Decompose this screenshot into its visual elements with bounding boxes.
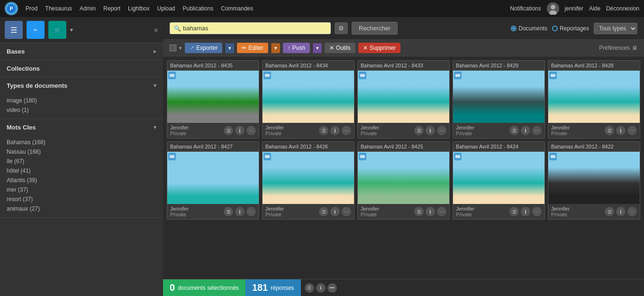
basket-button[interactable]: 🛒	[48, 21, 66, 39]
photo-action-info-btn[interactable]: ℹ	[521, 207, 530, 216]
user-label[interactable]: jennifer	[565, 5, 583, 12]
photo-owner: JenniferPrivate	[456, 125, 474, 136]
photo-action-more-btn[interactable]: ⋯	[532, 126, 542, 135]
photo-action-more-btn[interactable]: ⋯	[532, 207, 542, 216]
push-button[interactable]: ↑ Push	[283, 43, 310, 53]
editer-button[interactable]: ✏ Editer	[237, 43, 268, 53]
photo-action-info-btn[interactable]: ℹ	[330, 207, 340, 216]
select-all-checkbox[interactable]	[170, 45, 176, 51]
supprimer-button[interactable]: ✕ Supprimer	[358, 43, 400, 53]
preferences-button[interactable]: Préférences 🖥	[599, 45, 637, 51]
photo-action-more-btn[interactable]: ⋯	[246, 207, 256, 216]
radio-documents[interactable]: Documents	[511, 25, 547, 32]
aide-link[interactable]: Aide	[589, 5, 600, 12]
nav-upload[interactable]: Upload	[157, 5, 175, 12]
photo-action-more-btn[interactable]: ⋯	[246, 126, 256, 135]
sidebar-collapse-button[interactable]: «	[154, 26, 158, 34]
export-button[interactable]: ↗ Exporter	[185, 43, 222, 53]
status-action-more-icon[interactable]: •••	[327, 283, 337, 293]
photo-action-more-btn[interactable]: ⋯	[342, 207, 351, 216]
photo-card[interactable]: Bahamas Avril 2012 - 8424 JenniferPrivat…	[453, 141, 545, 220]
photo-action-more-btn[interactable]: ⋯	[437, 207, 446, 216]
notifications-link[interactable]: Notifications	[510, 5, 541, 12]
mots-cles-header[interactable]: Mots Cles ▾	[0, 119, 163, 136]
radio-reportages[interactable]: Reportages	[552, 25, 589, 32]
sidebar-item-image[interactable]: image (180)	[7, 96, 156, 105]
photo-title: Bahamas Avril 2012 - 8426	[263, 142, 354, 152]
photo-action-list-btn[interactable]: ☰	[509, 126, 519, 135]
photo-card[interactable]: Bahamas Avril 2012 - 8429 JenniferPrivat…	[453, 60, 545, 139]
sidebar-item-mot-cle[interactable]: île (67)	[7, 157, 156, 166]
photo-card[interactable]: Bahamas Avril 2012 - 8427 JenniferPrivat…	[167, 141, 259, 220]
photo-action-more-btn[interactable]: ⋯	[437, 126, 446, 135]
photo-action-info-btn[interactable]: ℹ	[426, 207, 435, 216]
photo-card[interactable]: Bahamas Avril 2012 - 8434 JenniferPrivat…	[262, 60, 354, 139]
nav-commandes[interactable]: Commandes	[221, 5, 253, 12]
photo-action-list-btn[interactable]: ☰	[414, 207, 424, 216]
photo-action-list-btn[interactable]: ☰	[605, 207, 614, 216]
photo-card[interactable]: Bahamas Avril 2012 - 8433 JenniferPrivat…	[357, 60, 450, 139]
sidebar-item-mot-cle[interactable]: mer (37)	[7, 185, 156, 194]
photo-action-list-btn[interactable]: ☰	[224, 207, 233, 216]
sidebar-item-mot-cle[interactable]: Atlantis (39)	[7, 176, 156, 185]
photo-action-info-btn[interactable]: ℹ	[235, 126, 245, 135]
photo-action-buttons: ☰ ℹ ⋯	[509, 126, 542, 135]
type-dropdown[interactable]: Tous types	[594, 23, 637, 34]
nav-prod[interactable]: Prod	[26, 5, 37, 12]
photo-action-more-btn[interactable]: ⋯	[342, 126, 351, 135]
nav-lightbox[interactable]: Lightbox	[128, 5, 149, 12]
photo-action-more-btn[interactable]: ⋯	[627, 207, 637, 216]
collections-header[interactable]: Collections	[0, 60, 163, 77]
app-logo: P	[5, 2, 18, 15]
deconnexion-link[interactable]: Déconnexion	[606, 5, 639, 12]
types-header[interactable]: Types de documents ▾	[0, 77, 163, 94]
status-action-info-icon[interactable]: ℹ	[316, 283, 326, 293]
photo-action-more-btn[interactable]: ⋯	[627, 126, 637, 135]
photo-action-info-btn[interactable]: ℹ	[235, 207, 245, 216]
photo-card[interactable]: Bahamas Avril 2012 - 8435 JenniferPrivat…	[167, 60, 259, 139]
sidebar-item-mot-cle[interactable]: Bahamas (168)	[7, 138, 156, 147]
photo-action-info-btn[interactable]: ℹ	[330, 126, 340, 135]
photo-card[interactable]: Bahamas Avril 2012 - 8426 JenniferPrivat…	[262, 141, 354, 220]
list-view-button[interactable]: ☰	[5, 21, 23, 39]
dropdown-arrow-icon[interactable]: ▾	[70, 27, 73, 33]
sidebar-item-mot-cle[interactable]: resort (37)	[7, 194, 156, 204]
photo-action-info-btn[interactable]: ℹ	[426, 126, 435, 135]
status-results: 181 réponses	[245, 279, 301, 296]
photo-action-list-btn[interactable]: ☰	[414, 126, 424, 135]
photo-card[interactable]: Bahamas Avril 2012 - 8428 JenniferPrivat…	[548, 60, 640, 139]
outils-button[interactable]: ✕ Outils	[325, 43, 355, 53]
search-button[interactable]: Rechercher	[352, 22, 398, 35]
sidebar-item-mot-cle[interactable]: animaux (27)	[7, 204, 156, 213]
edit-view-button[interactable]: ✏	[27, 21, 45, 39]
photo-action-info-btn[interactable]: ℹ	[616, 207, 626, 216]
svg-rect-10	[170, 74, 174, 77]
nav-publications[interactable]: Publications	[183, 5, 214, 12]
photo-card[interactable]: Bahamas Avril 2012 - 8425 JenniferPrivat…	[357, 141, 450, 220]
photo-action-list-btn[interactable]: ☰	[319, 207, 328, 216]
search-input[interactable]	[183, 25, 325, 32]
nav-thesaurus[interactable]: Thesaurus	[45, 5, 72, 12]
sidebar-item-video[interactable]: video (1)	[7, 105, 156, 115]
export-dropdown-button[interactable]: ▾	[225, 43, 234, 53]
photo-card[interactable]: Bahamas Avril 2012 - 8422 JenniferPrivat…	[548, 141, 640, 220]
photo-footer: JenniferPrivate ☰ ℹ ⋯	[263, 204, 354, 219]
photo-action-list-btn[interactable]: ☰	[224, 126, 233, 135]
svg-rect-14	[360, 74, 365, 77]
checkbox-dropdown-arrow[interactable]: ▾	[179, 45, 182, 51]
photo-action-list-btn[interactable]: ☰	[605, 126, 614, 135]
photo-footer: JenniferPrivate ☰ ℹ ⋯	[167, 123, 259, 138]
sidebar-item-mot-cle[interactable]: hôtel (41)	[7, 166, 156, 176]
nav-admin[interactable]: Admin	[80, 5, 96, 12]
search-settings-button[interactable]: ⚙	[335, 22, 348, 34]
nav-report[interactable]: Report	[103, 5, 120, 12]
photo-action-info-btn[interactable]: ℹ	[616, 126, 626, 135]
photo-action-list-btn[interactable]: ☰	[509, 207, 519, 216]
status-action-list-icon[interactable]: ☰	[305, 283, 314, 293]
editer-dropdown-button[interactable]: ▾	[271, 43, 280, 53]
push-dropdown-button[interactable]: ▾	[313, 43, 322, 53]
photo-action-info-btn[interactable]: ℹ	[521, 126, 530, 135]
sidebar-item-mot-cle[interactable]: Nassau (168)	[7, 147, 156, 157]
bases-header[interactable]: Bases ▸	[0, 43, 163, 60]
photo-action-list-btn[interactable]: ☰	[319, 126, 328, 135]
